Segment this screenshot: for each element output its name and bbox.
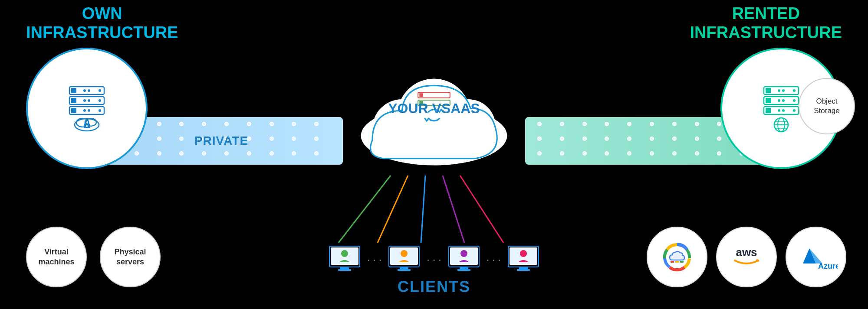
- band-dot: [650, 151, 654, 156]
- svg-point-28: [782, 99, 785, 102]
- svg-rect-72: [517, 269, 530, 271]
- svg-point-7: [83, 99, 86, 102]
- band-dot: [560, 137, 564, 141]
- dots-sep-2: · · ·: [427, 254, 441, 274]
- svg-point-12: [83, 109, 86, 112]
- band-dot: [135, 151, 139, 156]
- client-monitor-1: [327, 244, 362, 274]
- heading-own: OWN INFRASTRUCTURE: [26, 4, 178, 42]
- band-dot: [270, 137, 274, 141]
- rented-line1: RENTED: [732, 4, 800, 23]
- physical-servers-circle: Physicalservers: [100, 227, 161, 287]
- svg-line-48: [339, 176, 391, 243]
- client-figure-2: [387, 244, 421, 274]
- svg-point-34: [793, 109, 796, 112]
- client-monitor-3: [447, 244, 481, 274]
- aws-icon: aws: [727, 244, 766, 270]
- svg-point-4: [99, 89, 101, 92]
- svg-rect-75: [675, 261, 679, 263]
- band-dot: [292, 122, 296, 126]
- server-rack-icon: [61, 82, 113, 134]
- svg-line-51: [443, 176, 464, 243]
- rented-line2: INFRASTRUCTURE: [690, 23, 842, 42]
- svg-point-65: [460, 250, 467, 257]
- google-cloud-icon: [658, 237, 697, 276]
- svg-point-27: [778, 99, 780, 102]
- svg-point-13: [88, 109, 90, 112]
- svg-rect-62: [398, 269, 411, 271]
- band-dot: [650, 137, 654, 141]
- band-dot: [292, 151, 296, 156]
- svg-point-19: [86, 125, 88, 127]
- heading-rented: RENTED INFRASTRUCTURE: [690, 4, 842, 42]
- band-dot: [314, 137, 319, 141]
- object-storage-label: ObjectStorage: [814, 97, 840, 116]
- svg-line-52: [460, 176, 503, 243]
- physical-servers-label: Physicalservers: [114, 247, 146, 267]
- svg-rect-11: [71, 108, 76, 113]
- band-dot: [605, 151, 609, 156]
- band-dot: [695, 151, 699, 156]
- svg-point-60: [401, 250, 408, 257]
- svg-point-29: [793, 99, 796, 102]
- band-dot: [672, 137, 677, 141]
- svg-rect-61: [400, 267, 408, 269]
- band-dot: [627, 137, 631, 141]
- svg-text:aws: aws: [736, 246, 757, 259]
- client-figure-4: [506, 244, 541, 274]
- band-dot: [672, 122, 677, 126]
- band-dot: [650, 122, 654, 126]
- client-figure-3: [447, 244, 481, 274]
- svg-point-24: [793, 89, 796, 92]
- svg-rect-71: [519, 267, 528, 269]
- svg-rect-45: [419, 93, 423, 97]
- circle-own: [26, 48, 148, 169]
- svg-rect-21: [766, 88, 771, 93]
- svg-rect-6: [71, 98, 76, 103]
- band-dot: [605, 122, 609, 126]
- svg-rect-26: [766, 98, 771, 103]
- clients-label: CLIENTS: [398, 278, 470, 296]
- band-dot: [157, 122, 161, 126]
- svg-rect-74: [671, 261, 674, 263]
- band-dot: [224, 122, 229, 126]
- svg-line-50: [421, 176, 425, 243]
- band-dot: [717, 137, 721, 141]
- svg-rect-1: [71, 88, 76, 93]
- band-dot: [157, 137, 161, 141]
- band-dot: [270, 151, 274, 156]
- clients-row: · · · · · ·: [327, 244, 541, 274]
- band-dot: [247, 122, 251, 126]
- own-line2: INFRASTRUCTURE: [26, 23, 178, 42]
- private-label: PRIVATE: [194, 134, 248, 148]
- band-dot: [179, 122, 184, 126]
- band-dot: [537, 151, 542, 156]
- band-dot: [695, 122, 699, 126]
- svg-rect-31: [766, 108, 771, 113]
- dots-sep-3: · · ·: [487, 254, 501, 274]
- cloud-center: YOUR VSAAS: [347, 39, 521, 178]
- band-dot: [627, 122, 631, 126]
- svg-point-55: [341, 250, 348, 257]
- svg-point-3: [88, 89, 90, 92]
- svg-point-32: [778, 109, 780, 112]
- svg-point-22: [778, 89, 780, 92]
- svg-point-8: [88, 99, 90, 102]
- diagram-container: OWN INFRASTRUCTURE RENTED INFRASTRUCTURE…: [0, 0, 868, 309]
- band-dot: [717, 151, 721, 156]
- provider-circles: aws Azure: [647, 227, 846, 287]
- band-dot: [537, 137, 542, 141]
- band-dot: [247, 151, 251, 156]
- client-monitor-4: [506, 244, 541, 274]
- clients-section: · · · · · ·: [327, 244, 541, 296]
- band-dot: [292, 137, 296, 141]
- band-dot: [582, 122, 587, 126]
- band-dot: [717, 122, 721, 126]
- band-dot: [672, 151, 677, 156]
- virtual-machines-label: Virtualmachines: [38, 247, 74, 267]
- band-dot: [179, 151, 184, 156]
- svg-point-33: [782, 109, 785, 112]
- band-dot: [582, 151, 587, 156]
- svg-point-70: [520, 250, 527, 257]
- svg-rect-57: [338, 269, 351, 271]
